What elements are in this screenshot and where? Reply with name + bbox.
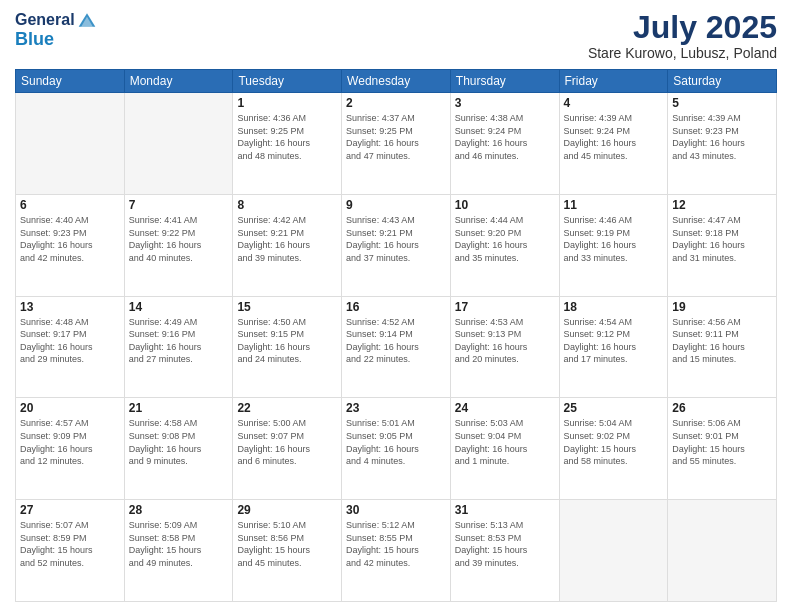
calendar-cell: 17Sunrise: 4:53 AM Sunset: 9:13 PM Dayli… [450, 296, 559, 398]
weekday-header: Sunday [16, 70, 125, 93]
day-number: 28 [129, 503, 229, 517]
day-info: Sunrise: 5:03 AM Sunset: 9:04 PM Dayligh… [455, 417, 555, 467]
day-number: 15 [237, 300, 337, 314]
calendar-cell: 27Sunrise: 5:07 AM Sunset: 8:59 PM Dayli… [16, 500, 125, 602]
calendar-cell: 22Sunrise: 5:00 AM Sunset: 9:07 PM Dayli… [233, 398, 342, 500]
calendar-week-row: 20Sunrise: 4:57 AM Sunset: 9:09 PM Dayli… [16, 398, 777, 500]
calendar-week-row: 1Sunrise: 4:36 AM Sunset: 9:25 PM Daylig… [16, 93, 777, 195]
day-number: 25 [564, 401, 664, 415]
day-info: Sunrise: 4:53 AM Sunset: 9:13 PM Dayligh… [455, 316, 555, 366]
day-number: 3 [455, 96, 555, 110]
calendar-cell: 24Sunrise: 5:03 AM Sunset: 9:04 PM Dayli… [450, 398, 559, 500]
calendar-cell: 25Sunrise: 5:04 AM Sunset: 9:02 PM Dayli… [559, 398, 668, 500]
day-info: Sunrise: 5:12 AM Sunset: 8:55 PM Dayligh… [346, 519, 446, 569]
calendar-cell: 21Sunrise: 4:58 AM Sunset: 9:08 PM Dayli… [124, 398, 233, 500]
day-info: Sunrise: 5:04 AM Sunset: 9:02 PM Dayligh… [564, 417, 664, 467]
day-number: 5 [672, 96, 772, 110]
day-number: 31 [455, 503, 555, 517]
weekday-header: Saturday [668, 70, 777, 93]
day-info: Sunrise: 5:06 AM Sunset: 9:01 PM Dayligh… [672, 417, 772, 467]
calendar-cell: 19Sunrise: 4:56 AM Sunset: 9:11 PM Dayli… [668, 296, 777, 398]
day-number: 8 [237, 198, 337, 212]
day-number: 23 [346, 401, 446, 415]
calendar-cell: 13Sunrise: 4:48 AM Sunset: 9:17 PM Dayli… [16, 296, 125, 398]
calendar-cell: 29Sunrise: 5:10 AM Sunset: 8:56 PM Dayli… [233, 500, 342, 602]
day-info: Sunrise: 4:47 AM Sunset: 9:18 PM Dayligh… [672, 214, 772, 264]
calendar-cell: 30Sunrise: 5:12 AM Sunset: 8:55 PM Dayli… [342, 500, 451, 602]
calendar-cell: 18Sunrise: 4:54 AM Sunset: 9:12 PM Dayli… [559, 296, 668, 398]
calendar-cell: 3Sunrise: 4:38 AM Sunset: 9:24 PM Daylig… [450, 93, 559, 195]
day-info: Sunrise: 4:44 AM Sunset: 9:20 PM Dayligh… [455, 214, 555, 264]
day-info: Sunrise: 4:52 AM Sunset: 9:14 PM Dayligh… [346, 316, 446, 366]
day-info: Sunrise: 4:49 AM Sunset: 9:16 PM Dayligh… [129, 316, 229, 366]
day-info: Sunrise: 5:01 AM Sunset: 9:05 PM Dayligh… [346, 417, 446, 467]
day-number: 26 [672, 401, 772, 415]
weekday-header: Monday [124, 70, 233, 93]
day-info: Sunrise: 4:46 AM Sunset: 9:19 PM Dayligh… [564, 214, 664, 264]
calendar-cell: 14Sunrise: 4:49 AM Sunset: 9:16 PM Dayli… [124, 296, 233, 398]
day-info: Sunrise: 4:54 AM Sunset: 9:12 PM Dayligh… [564, 316, 664, 366]
day-number: 11 [564, 198, 664, 212]
day-number: 20 [20, 401, 120, 415]
day-number: 18 [564, 300, 664, 314]
day-number: 19 [672, 300, 772, 314]
calendar-week-row: 13Sunrise: 4:48 AM Sunset: 9:17 PM Dayli… [16, 296, 777, 398]
calendar-cell [668, 500, 777, 602]
weekday-header: Tuesday [233, 70, 342, 93]
calendar-cell: 28Sunrise: 5:09 AM Sunset: 8:58 PM Dayli… [124, 500, 233, 602]
calendar-cell: 5Sunrise: 4:39 AM Sunset: 9:23 PM Daylig… [668, 93, 777, 195]
calendar-cell: 26Sunrise: 5:06 AM Sunset: 9:01 PM Dayli… [668, 398, 777, 500]
day-info: Sunrise: 4:56 AM Sunset: 9:11 PM Dayligh… [672, 316, 772, 366]
calendar-header-row: SundayMondayTuesdayWednesdayThursdayFrid… [16, 70, 777, 93]
calendar-cell: 20Sunrise: 4:57 AM Sunset: 9:09 PM Dayli… [16, 398, 125, 500]
weekday-header: Friday [559, 70, 668, 93]
day-number: 13 [20, 300, 120, 314]
calendar-cell [16, 93, 125, 195]
day-info: Sunrise: 4:43 AM Sunset: 9:21 PM Dayligh… [346, 214, 446, 264]
logo-blue: Blue [15, 30, 97, 50]
calendar-cell: 15Sunrise: 4:50 AM Sunset: 9:15 PM Dayli… [233, 296, 342, 398]
day-number: 22 [237, 401, 337, 415]
day-number: 9 [346, 198, 446, 212]
day-info: Sunrise: 4:58 AM Sunset: 9:08 PM Dayligh… [129, 417, 229, 467]
subtitle: Stare Kurowo, Lubusz, Poland [588, 45, 777, 61]
day-info: Sunrise: 4:37 AM Sunset: 9:25 PM Dayligh… [346, 112, 446, 162]
day-number: 29 [237, 503, 337, 517]
calendar-cell: 23Sunrise: 5:01 AM Sunset: 9:05 PM Dayli… [342, 398, 451, 500]
page: General Blue July 2025 Stare Kurowo, Lub… [0, 0, 792, 612]
weekday-header: Wednesday [342, 70, 451, 93]
calendar-cell: 9Sunrise: 4:43 AM Sunset: 9:21 PM Daylig… [342, 194, 451, 296]
day-number: 16 [346, 300, 446, 314]
calendar-cell [124, 93, 233, 195]
day-number: 12 [672, 198, 772, 212]
calendar-week-row: 27Sunrise: 5:07 AM Sunset: 8:59 PM Dayli… [16, 500, 777, 602]
calendar-cell: 10Sunrise: 4:44 AM Sunset: 9:20 PM Dayli… [450, 194, 559, 296]
day-info: Sunrise: 5:09 AM Sunset: 8:58 PM Dayligh… [129, 519, 229, 569]
day-info: Sunrise: 4:42 AM Sunset: 9:21 PM Dayligh… [237, 214, 337, 264]
day-info: Sunrise: 4:57 AM Sunset: 9:09 PM Dayligh… [20, 417, 120, 467]
day-number: 17 [455, 300, 555, 314]
calendar-table: SundayMondayTuesdayWednesdayThursdayFrid… [15, 69, 777, 602]
day-info: Sunrise: 4:39 AM Sunset: 9:23 PM Dayligh… [672, 112, 772, 162]
day-number: 14 [129, 300, 229, 314]
calendar-cell: 6Sunrise: 4:40 AM Sunset: 9:23 PM Daylig… [16, 194, 125, 296]
day-info: Sunrise: 5:10 AM Sunset: 8:56 PM Dayligh… [237, 519, 337, 569]
day-info: Sunrise: 4:50 AM Sunset: 9:15 PM Dayligh… [237, 316, 337, 366]
calendar-cell: 4Sunrise: 4:39 AM Sunset: 9:24 PM Daylig… [559, 93, 668, 195]
day-number: 4 [564, 96, 664, 110]
day-number: 6 [20, 198, 120, 212]
calendar-cell: 8Sunrise: 4:42 AM Sunset: 9:21 PM Daylig… [233, 194, 342, 296]
day-number: 27 [20, 503, 120, 517]
day-info: Sunrise: 5:07 AM Sunset: 8:59 PM Dayligh… [20, 519, 120, 569]
day-number: 2 [346, 96, 446, 110]
day-info: Sunrise: 4:40 AM Sunset: 9:23 PM Dayligh… [20, 214, 120, 264]
calendar-cell: 2Sunrise: 4:37 AM Sunset: 9:25 PM Daylig… [342, 93, 451, 195]
day-info: Sunrise: 4:39 AM Sunset: 9:24 PM Dayligh… [564, 112, 664, 162]
calendar-cell [559, 500, 668, 602]
day-number: 1 [237, 96, 337, 110]
day-info: Sunrise: 4:48 AM Sunset: 9:17 PM Dayligh… [20, 316, 120, 366]
day-number: 7 [129, 198, 229, 212]
calendar-cell: 7Sunrise: 4:41 AM Sunset: 9:22 PM Daylig… [124, 194, 233, 296]
logo: General Blue [15, 10, 97, 50]
day-info: Sunrise: 4:41 AM Sunset: 9:22 PM Dayligh… [129, 214, 229, 264]
